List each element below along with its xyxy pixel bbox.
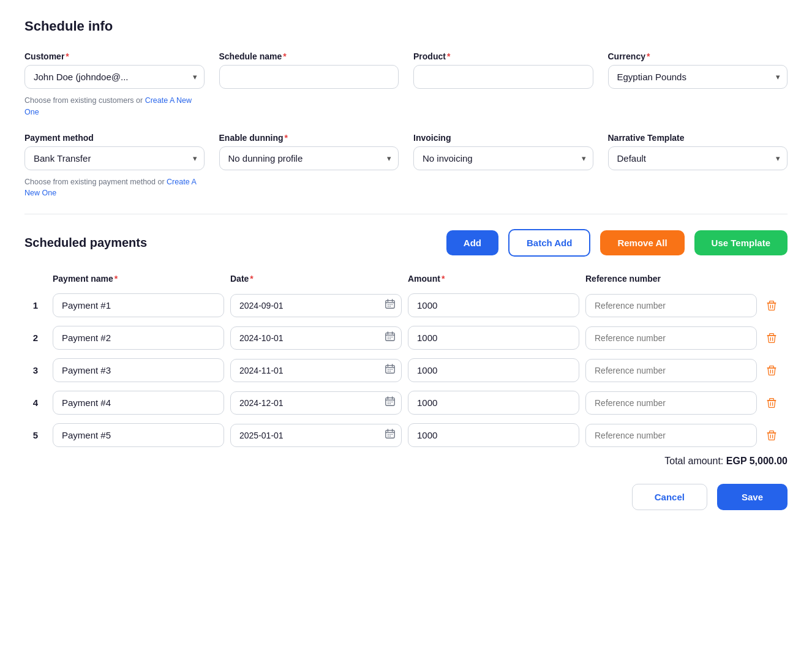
payment-method-helper: Choose from existing payment method or C… [24,176,205,200]
total-label: Total amount: [664,456,723,467]
date-input[interactable] [230,294,402,317]
payment-name-input[interactable] [53,358,224,382]
batch-add-button[interactable]: Batch Add [508,229,590,257]
row-number: 3 [24,365,47,375]
enable-dunning-field-group: Enable dunning* No dunning profile ▾ [219,133,399,200]
invoicing-field-group: Invoicing No invoicing ▾ [413,133,593,200]
save-button[interactable]: Save [717,484,788,510]
product-label: Product* [413,51,593,61]
reference-cell [585,424,757,447]
payment-method-label: Payment method [24,133,205,143]
delete-row-button[interactable] [763,297,780,314]
table-row: 5 [24,423,788,447]
delete-row-button[interactable] [763,394,780,412]
payment-name-input[interactable] [53,326,224,350]
col-reference-number: Reference number [585,274,757,284]
col-amount: Amount* [408,274,579,284]
product-input[interactable]: Premium Membership [413,65,593,89]
payment-name-cell [53,326,224,350]
enable-dunning-select-wrapper: No dunning profile ▾ [219,146,399,170]
col-number [24,274,47,284]
invoicing-select[interactable]: No invoicing [413,146,593,170]
scheduled-payments-header: Scheduled payments Add Batch Add Remove … [24,229,788,257]
table-row: 2 [24,326,788,350]
payment-name-input[interactable] [53,391,224,415]
amount-input[interactable] [408,326,579,350]
payment-name-input[interactable] [53,293,224,317]
schedule-name-field-group: Schedule name* Monthly Plan [219,51,399,118]
currency-field-group: Currency* Egyptian Pounds ▾ [608,51,788,118]
payments-table: Payment name* Date* Amount* Reference nu… [24,274,788,447]
invoicing-label: Invoicing [413,133,593,143]
payment-name-input[interactable] [53,423,224,447]
cancel-button[interactable]: Cancel [632,484,707,510]
delete-row-button[interactable] [763,362,780,379]
col-date: Date* [230,274,402,284]
payment-method-select[interactable]: Bank Transfer [24,146,205,170]
date-cell [230,424,402,447]
schedule-name-input[interactable]: Monthly Plan [219,65,399,89]
reference-cell [585,294,757,317]
reference-input[interactable] [585,294,757,317]
payment-method-select-wrapper: Bank Transfer ▾ [24,146,205,170]
customer-select[interactable]: John Doe (johndoe@... [24,65,205,89]
row-number: 2 [24,333,47,343]
amount-cell [408,391,579,415]
scheduled-payments-title: Scheduled payments [24,236,437,250]
total-value: EGP 5,000.00 [726,456,788,467]
reference-input[interactable] [585,359,757,382]
delete-cell [763,427,788,444]
payment-name-cell [53,358,224,382]
narrative-template-label: Narrative Template [608,133,788,143]
total-row: Total amount: EGP 5,000.00 [24,456,788,467]
remove-all-button[interactable]: Remove All [600,230,684,255]
enable-dunning-label: Enable dunning* [219,133,399,143]
use-template-button[interactable]: Use Template [694,230,788,255]
enable-dunning-select[interactable]: No dunning profile [219,146,399,170]
amount-cell [408,326,579,350]
date-input[interactable] [230,326,402,350]
amount-input[interactable] [408,391,579,415]
reference-cell [585,391,757,415]
customer-label: Customer* [24,51,205,61]
payment-name-cell [53,293,224,317]
payment-name-cell [53,423,224,447]
svg-rect-45 [767,400,776,401]
amount-input[interactable] [408,423,579,447]
narrative-template-select[interactable]: Default [608,146,788,170]
narrative-template-field-group: Narrative Template Default ▾ [608,133,788,200]
delete-cell [763,362,788,379]
reference-input[interactable] [585,391,757,415]
date-input[interactable] [230,391,402,415]
delete-cell [763,329,788,347]
amount-input[interactable] [408,358,579,382]
svg-rect-21 [767,335,776,336]
amount-cell [408,423,579,447]
delete-cell [763,297,788,314]
currency-select-wrapper: Egyptian Pounds ▾ [608,65,788,89]
date-cell [230,294,402,317]
row-number: 5 [24,430,47,440]
payments-table-header: Payment name* Date* Amount* Reference nu… [24,274,788,290]
currency-select[interactable]: Egyptian Pounds [608,65,788,89]
narrative-template-select-wrapper: Default ▾ [608,146,788,170]
add-button[interactable]: Add [446,230,498,255]
date-input[interactable] [230,359,402,382]
date-cell [230,391,402,415]
customer-select-wrapper: John Doe (johndoe@... ▾ [24,65,205,89]
currency-label: Currency* [608,51,788,61]
reference-cell [585,326,757,350]
col-action [763,274,788,284]
amount-input[interactable] [408,293,579,317]
delete-row-button[interactable] [763,427,780,444]
col-payment-name: Payment name* [53,274,224,284]
reference-input[interactable] [585,424,757,447]
amount-cell [408,293,579,317]
product-field-group: Product* Premium Membership [413,51,593,118]
date-cell [230,326,402,350]
delete-cell [763,394,788,412]
date-input[interactable] [230,424,402,447]
payment-rows-container: 1 [24,293,788,447]
reference-input[interactable] [585,326,757,350]
delete-row-button[interactable] [763,329,780,347]
